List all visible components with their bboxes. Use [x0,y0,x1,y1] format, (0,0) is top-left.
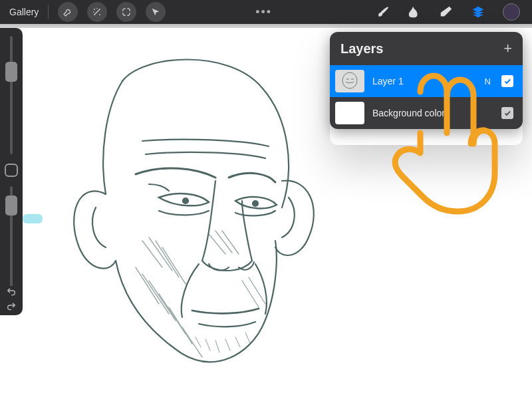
layers-panel: Layers + Layer 1 N Background color [330,32,523,129]
top-toolbar: Gallery ••• [0,0,532,24]
brush-size-slider[interactable] [10,36,13,154]
color-swatch[interactable] [503,3,520,21]
wrench-icon[interactable] [58,2,78,22]
magic-wand-icon[interactable] [87,2,107,22]
layer-visibility-checkbox[interactable] [501,107,513,119]
left-sidebar [0,28,23,313]
svg-point-2 [342,72,357,88]
redo-icon[interactable] [6,301,17,315]
layers-panel-title: Layers [340,41,384,57]
smudge-icon[interactable] [407,5,422,19]
right-toolbar [375,3,532,21]
stray-stroke [23,214,43,223]
layer-name-label: Background color [372,108,483,118]
more-menu-icon[interactable]: ••• [255,5,272,19]
layers-icon[interactable] [471,5,485,19]
cursor-arrow-icon[interactable] [146,2,166,22]
brush-icon[interactable] [375,5,390,19]
gallery-button[interactable]: Gallery [0,7,48,17]
sketch-drawing [43,41,329,374]
layer-row[interactable]: Background color [330,97,523,129]
layer-thumbnail [335,102,364,124]
layer-visibility-checkbox[interactable] [501,75,513,87]
toolbar-separator [48,5,49,19]
eraser-icon[interactable] [439,5,454,19]
brush-preview-box[interactable] [5,164,18,177]
layer-thumbnail [335,70,364,92]
layer-row[interactable]: Layer 1 N [330,65,523,97]
svg-point-1 [253,201,258,206]
selection-icon[interactable] [116,2,136,22]
undo-icon[interactable] [6,287,17,300]
layer-name-label: Layer 1 [372,76,477,86]
layer-blend-mode[interactable]: N [485,76,491,86]
undo-redo-group [0,286,23,315]
svg-point-0 [183,198,188,203]
add-layer-button[interactable]: + [503,40,512,57]
